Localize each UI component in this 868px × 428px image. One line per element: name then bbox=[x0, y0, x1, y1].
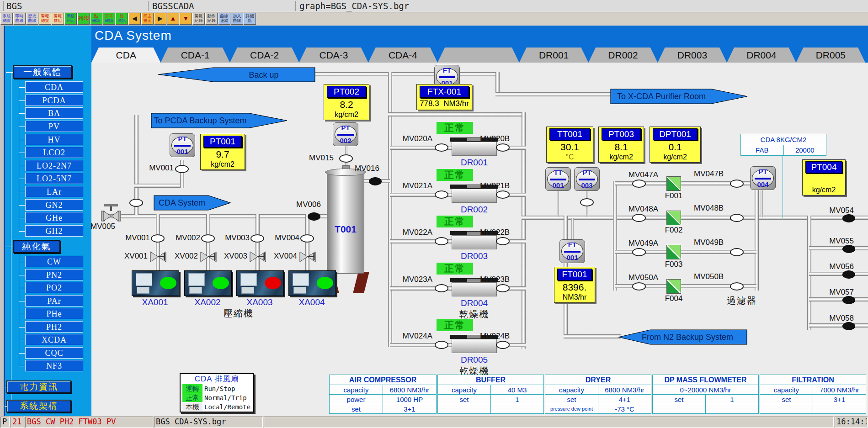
sidebar-item-lco2[interactable]: LCO2 bbox=[25, 147, 83, 158]
sidebar-power-info-button[interactable]: 電力資訊 bbox=[6, 380, 71, 393]
sidebar-item-cw[interactable]: CW bbox=[25, 256, 83, 267]
valve-mv047b[interactable] bbox=[730, 180, 744, 188]
valve-mv048b[interactable] bbox=[730, 214, 744, 222]
filter-f003[interactable] bbox=[666, 245, 681, 259]
display-dpt001[interactable]: DPT001 0.1 kg/cm2 bbox=[650, 127, 701, 163]
valve-mv049a[interactable] bbox=[632, 248, 646, 256]
tab-cda-2[interactable]: CDA-2 bbox=[230, 48, 299, 63]
toolbar-screen-ack-button[interactable]: 螢幕確認 bbox=[103, 13, 115, 25]
toolbar-alarm-group-button[interactable]: 警報群組 bbox=[52, 13, 64, 25]
display-tt001[interactable]: TT001 30.1 °C bbox=[546, 127, 593, 163]
display-ft001[interactable]: FT001 8396. NM3/hr bbox=[554, 267, 595, 303]
backup-flow-arrow[interactable]: Back up bbox=[158, 67, 316, 83]
sidebar-item-gh2[interactable]: GH2 bbox=[25, 225, 83, 237]
toolbar-history-trend-button[interactable]: 歷史曲線 bbox=[26, 13, 38, 25]
sidebar-item-po2[interactable]: PO2 bbox=[25, 282, 83, 293]
tab-dr002[interactable]: DR002 bbox=[588, 48, 657, 63]
buffer-tank[interactable] bbox=[327, 172, 364, 274]
tab-dr005[interactable]: DR005 bbox=[796, 48, 865, 63]
valve-mv055[interactable] bbox=[842, 245, 855, 253]
sidebar-item-nf3[interactable]: NF3 bbox=[25, 360, 83, 371]
valve-mv024b[interactable] bbox=[496, 341, 510, 349]
valve-mv050b[interactable] bbox=[730, 282, 744, 291]
valve-mv049b[interactable] bbox=[730, 248, 744, 256]
valve-mv047a[interactable] bbox=[632, 180, 646, 188]
tab-dr003[interactable]: DR003 bbox=[658, 48, 727, 63]
valve-mv016[interactable] bbox=[369, 177, 382, 185]
valve-xv004[interactable] bbox=[299, 250, 316, 263]
valve-mv005[interactable] bbox=[101, 204, 122, 222]
toolbar-print-button[interactable]: 列印 bbox=[77, 13, 90, 25]
instrument-pt001[interactable]: PT001 bbox=[170, 133, 195, 157]
sidebar-item-lar[interactable]: LAr bbox=[25, 186, 83, 197]
tab-dr004[interactable]: DR004 bbox=[727, 48, 796, 63]
sidebar-item-cda[interactable]: CDA bbox=[25, 81, 83, 93]
display-pt004[interactable]: PT004 kg/cm2 bbox=[802, 159, 846, 196]
sidebar-item-cqc[interactable]: CQC bbox=[25, 347, 83, 359]
toolbar-back-arrow-button[interactable]: ◀ bbox=[128, 13, 141, 25]
instrument-tt001[interactable]: TT001 bbox=[545, 167, 571, 191]
valve-mv002[interactable] bbox=[201, 234, 215, 243]
valve-mv022a[interactable] bbox=[435, 237, 448, 245]
sidebar-item-gn2[interactable]: GN2 bbox=[25, 199, 83, 211]
from-n2-backup-arrow[interactable]: From N2 Backup System bbox=[618, 329, 748, 345]
valve-mv020a[interactable] bbox=[435, 143, 448, 152]
sidebar-item-ba[interactable]: BA bbox=[25, 107, 83, 119]
display-pt003[interactable]: PT003 8.1 kg/cm2 bbox=[598, 127, 644, 163]
valve-pcda-riser[interactable] bbox=[129, 199, 143, 207]
instrument-pt002[interactable]: PT002 bbox=[333, 122, 358, 146]
sidebar-system-architecture-button[interactable]: 系統架構 bbox=[6, 400, 71, 412]
sidebar-item-phe[interactable]: PHe bbox=[25, 308, 83, 319]
valve-mv001[interactable] bbox=[151, 234, 165, 243]
sidebar-header-purified-gas[interactable]: 純化氣 bbox=[13, 240, 60, 253]
valve-mv020b[interactable] bbox=[496, 143, 510, 152]
valve-mv056[interactable] bbox=[842, 270, 855, 279]
cda-fan-panel[interactable]: CDA 排風扇 運轉Run/Stop 正常Normal/Trip 本機Local… bbox=[180, 373, 254, 412]
valve-mv015[interactable] bbox=[339, 154, 353, 163]
valve-mv023b[interactable] bbox=[496, 284, 510, 292]
toolbar-graph-list-button[interactable]: 圖檔列示 bbox=[64, 13, 77, 25]
sidebar-item-pn2[interactable]: PN2 bbox=[25, 269, 83, 280]
sidebar-item-pcda[interactable]: PCDA bbox=[25, 95, 83, 106]
tab-cda[interactable]: CDA bbox=[91, 48, 160, 63]
sidebar-item-ph2[interactable]: PH2 bbox=[25, 321, 83, 333]
sidebar-item-ghe[interactable]: GHe bbox=[25, 212, 83, 223]
toolbar-point-info-button[interactable]: 點資訊 bbox=[116, 13, 128, 25]
sidebar-header-general-gas[interactable]: 一般氣體 bbox=[13, 65, 72, 79]
filter-f004[interactable] bbox=[666, 279, 681, 294]
sidebar-item-hv[interactable]: HV bbox=[25, 134, 83, 145]
instrument-pt004[interactable]: PT004 bbox=[750, 166, 776, 190]
compressor-photo-xa001[interactable] bbox=[132, 270, 179, 296]
valve-mv024a[interactable] bbox=[435, 341, 448, 349]
tab-dr001[interactable]: DR001 bbox=[519, 48, 588, 63]
toolbar-point-detail-button[interactable]: 詳細點 bbox=[244, 13, 256, 25]
cda-system-arrow[interactable]: CDA System bbox=[154, 195, 231, 211]
active-alarm-tag[interactable]: BGS_CW_PH2_FTW03_PV bbox=[25, 417, 153, 428]
tab-cda-1[interactable]: CDA-1 bbox=[160, 48, 229, 63]
tab-blank[interactable] bbox=[437, 48, 519, 63]
valve-mv021a[interactable] bbox=[435, 190, 448, 199]
compressor-photo-xa002[interactable] bbox=[184, 270, 232, 296]
display-pt002[interactable]: PT002 8.2 kg/cm2 bbox=[324, 84, 369, 120]
to-pcda-backup-arrow[interactable]: To PCDA Backup System bbox=[151, 113, 288, 128]
sidebar-item-xcda[interactable]: XCDA bbox=[25, 334, 83, 345]
toolbar-up-arrow-button[interactable]: ▲ bbox=[167, 13, 179, 25]
instrument-ft001[interactable]: FT001 bbox=[559, 239, 585, 263]
display-pt001[interactable]: PT001 9.7 kg/cm2 bbox=[200, 134, 245, 170]
compressor-photo-xa003[interactable] bbox=[236, 270, 284, 296]
valve-mv004[interactable] bbox=[300, 234, 314, 243]
toolbar-forward-arrow-button[interactable]: ▶ bbox=[154, 13, 166, 25]
valve-xv001[interactable] bbox=[149, 250, 167, 263]
compressor-photo-xa004[interactable] bbox=[288, 270, 336, 296]
tab-cda-3[interactable]: CDA-3 bbox=[299, 48, 368, 63]
valve-mv021b[interactable] bbox=[496, 190, 510, 199]
toolbar-add-trend-button[interactable]: 加入曲線 bbox=[231, 13, 243, 25]
toolbar-alarm-overview-button[interactable]: 警報總覽 bbox=[39, 13, 51, 25]
to-xcda-purifier-arrow[interactable]: To X-CDA Purifier Room bbox=[610, 89, 748, 104]
valve-mv058[interactable] bbox=[842, 322, 855, 330]
toolbar-realtime-trend-button[interactable]: 即時曲線 bbox=[13, 13, 26, 25]
valve-mv048a[interactable] bbox=[632, 214, 646, 222]
toolbar-alarm-log-button[interactable]: 警報紀錄 bbox=[192, 13, 205, 25]
valve-mv054[interactable] bbox=[842, 214, 855, 222]
sidebar-item-lo2-2n7[interactable]: LO2-2N7 bbox=[25, 160, 83, 171]
